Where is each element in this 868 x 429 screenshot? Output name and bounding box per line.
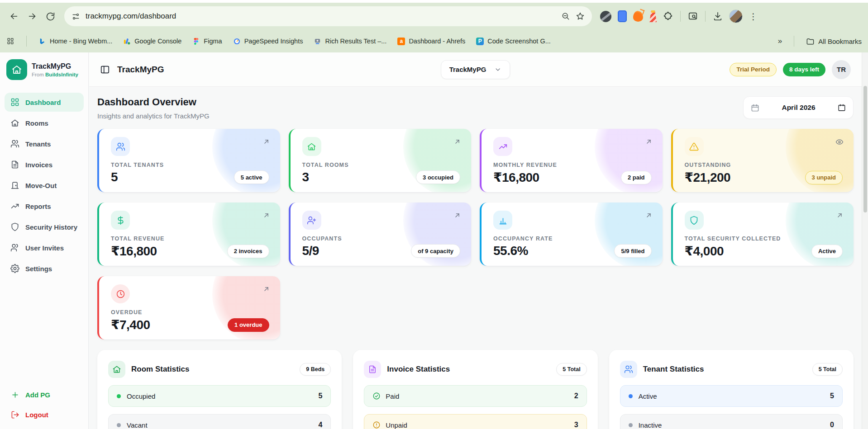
sidebar-nav: Dashboard Rooms Tenants Invoices Move-Ou… bbox=[0, 93, 88, 278]
bookmark-star-icon[interactable] bbox=[576, 12, 585, 21]
stat-label: TOTAL ROOMS bbox=[302, 162, 461, 168]
month-picker[interactable]: April 2026 bbox=[743, 96, 854, 119]
all-bookmarks-label: All Bookmarks bbox=[818, 38, 862, 45]
bookmark-figma[interactable]: Figma bbox=[192, 38, 222, 45]
downloads-icon[interactable] bbox=[713, 11, 723, 21]
open-link-icon[interactable] bbox=[836, 212, 844, 219]
property-selector-value: TrackMyPG bbox=[449, 66, 486, 73]
google-console-favicon bbox=[123, 38, 131, 45]
section-badge: 5 Total bbox=[556, 363, 587, 376]
tenants-icon bbox=[111, 137, 130, 156]
user-avatar[interactable]: TR bbox=[832, 60, 851, 79]
open-link-icon[interactable] bbox=[453, 138, 461, 146]
page-scrollbar[interactable] bbox=[862, 52, 868, 429]
browser-toolbar: trackmypg.com/dashboard ⋮ bbox=[0, 3, 868, 30]
stat-label: TOTAL SECURITY COLLECTED bbox=[685, 236, 843, 242]
stat-label: TOTAL REVENUE bbox=[111, 236, 269, 242]
open-link-icon[interactable] bbox=[262, 212, 270, 219]
warning-icon bbox=[685, 137, 704, 156]
stat-card-total-rooms[interactable]: TOTAL ROOMS 3 3 occupied bbox=[289, 129, 472, 192]
address-bar[interactable]: trackmypg.com/dashboard bbox=[64, 6, 592, 26]
stat-badge: Active bbox=[811, 245, 843, 258]
open-link-icon[interactable] bbox=[262, 138, 270, 146]
stat-card-occupancy-rate[interactable]: OCCUPANCY RATE 55.6% 5/9 filled bbox=[480, 203, 663, 266]
row-value: 5 bbox=[830, 392, 834, 400]
puzzle-extensions-icon[interactable] bbox=[663, 11, 673, 21]
stat-card-occupants[interactable]: OCCUPANTS 5/9 of 9 capacity bbox=[289, 203, 472, 266]
status-dot bbox=[117, 394, 121, 398]
stat-value: ₹21,200 bbox=[685, 170, 731, 185]
sidebar-item-settings[interactable]: Settings bbox=[5, 259, 84, 278]
url-text[interactable]: trackmypg.com/dashboard bbox=[86, 12, 556, 21]
bookmark-label: Home - Bing Webm... bbox=[50, 38, 112, 45]
apps-grid-icon[interactable] bbox=[6, 37, 14, 45]
stat-value: ₹4,000 bbox=[685, 244, 724, 259]
stat-card-outstanding[interactable]: OUTSTANDING ₹21,200 3 unpaid bbox=[671, 129, 854, 192]
row-label: Occupied bbox=[127, 392, 155, 400]
forward-button[interactable] bbox=[24, 8, 41, 25]
bookmark-ahrefs[interactable]: a Dashboard - Ahrefs bbox=[397, 38, 465, 45]
property-selector[interactable]: TrackMyPG bbox=[441, 60, 510, 79]
flame-extension-icon[interactable] bbox=[633, 11, 643, 22]
bookmarks-overflow-chevron[interactable]: » bbox=[778, 37, 782, 46]
stat-card-security-collected[interactable]: TOTAL SECURITY COLLECTED ₹4,000 Active bbox=[671, 203, 854, 266]
bookmark-code-screenshot[interactable]: P Code Screenshot G... bbox=[476, 38, 550, 45]
stat-badge: 5 active bbox=[234, 170, 269, 184]
add-pg-button[interactable]: Add PG bbox=[0, 387, 88, 403]
stat-card-monthly-revenue[interactable]: MONTHLY REVENUE ₹16,800 2 paid bbox=[480, 129, 663, 192]
open-link-icon[interactable] bbox=[262, 285, 270, 293]
sidebar-item-reports[interactable]: Reports bbox=[5, 197, 84, 216]
dashboard-grid-icon bbox=[10, 98, 19, 107]
bookmark-bing[interactable]: Home - Bing Webm... bbox=[38, 38, 112, 45]
open-link-icon[interactable] bbox=[645, 212, 653, 219]
date-input-icon[interactable] bbox=[838, 104, 846, 112]
open-link-icon[interactable] bbox=[645, 138, 653, 146]
sidebar-item-security-history[interactable]: Security History bbox=[5, 217, 84, 236]
site-settings-icon[interactable] bbox=[72, 12, 80, 21]
stat-value: 5/9 bbox=[302, 244, 319, 258]
sidebar-item-invoices[interactable]: Invoices bbox=[5, 155, 84, 174]
invoice-stats-icon bbox=[364, 361, 381, 378]
lighthouse-extension-icon[interactable] bbox=[649, 10, 657, 22]
stat-card-overdue[interactable]: OVERDUE ₹7,400 1 overdue bbox=[97, 276, 280, 339]
row-label: Paid bbox=[386, 392, 399, 400]
sidebar-item-rooms[interactable]: Rooms bbox=[5, 113, 84, 132]
plus-icon bbox=[11, 391, 19, 399]
menu-kebab-icon[interactable]: ⋮ bbox=[749, 12, 758, 21]
app-window: TrackMyPG From BuildsInfinity Dashboard … bbox=[0, 52, 868, 429]
bookmark-google-console[interactable]: Google Console bbox=[123, 38, 181, 45]
tenant-row-inactive: Inactive 0 bbox=[620, 414, 843, 429]
reload-button[interactable] bbox=[42, 8, 59, 25]
back-button[interactable] bbox=[5, 8, 23, 25]
stat-card-total-tenants[interactable]: TOTAL TENANTS 5 5 active bbox=[97, 129, 280, 192]
bookmark-rich-results[interactable]: Rich Results Test –... bbox=[314, 38, 386, 45]
sidebar-item-move-out[interactable]: Move-Out bbox=[5, 176, 84, 195]
trending-up-icon bbox=[10, 202, 19, 211]
clipboard-extension-icon[interactable] bbox=[618, 10, 627, 22]
sidebar-item-user-invites[interactable]: User Invites bbox=[5, 238, 84, 257]
sidebar-item-tenants[interactable]: Tenants bbox=[5, 134, 84, 153]
adblock-extension-icon[interactable] bbox=[600, 11, 611, 22]
row-value: 4 bbox=[318, 421, 322, 429]
toolbar-divider bbox=[680, 11, 681, 22]
all-bookmarks-button[interactable]: All Bookmarks bbox=[806, 37, 862, 46]
status-dot bbox=[117, 423, 121, 427]
bookmark-pagespeed[interactable]: PageSpeed Insights bbox=[233, 38, 303, 45]
scrollbar-thumb[interactable] bbox=[863, 86, 867, 212]
stat-label: OVERDUE bbox=[111, 309, 269, 316]
month-picker-value: April 2026 bbox=[764, 104, 833, 112]
sidebar-toggle-icon[interactable] bbox=[100, 65, 110, 75]
visibility-icon[interactable] bbox=[835, 138, 844, 146]
stat-card-total-revenue[interactable]: TOTAL REVENUE ₹16,800 2 invoices bbox=[97, 203, 280, 266]
sidebar-bottom: Add PG Logout bbox=[0, 387, 88, 423]
open-link-icon[interactable] bbox=[453, 212, 461, 219]
sidebar-item-label: Rooms bbox=[25, 119, 48, 127]
logout-label: Logout bbox=[25, 411, 48, 419]
logout-button[interactable]: Logout bbox=[0, 406, 88, 423]
profile-avatar[interactable] bbox=[729, 9, 743, 23]
zoom-indicator-icon[interactable] bbox=[561, 12, 570, 21]
tenant-row-active: Active 5 bbox=[620, 385, 843, 407]
side-panel-search-icon[interactable] bbox=[688, 11, 698, 21]
ahrefs-favicon: a bbox=[397, 38, 405, 45]
sidebar-item-dashboard[interactable]: Dashboard bbox=[5, 93, 84, 112]
